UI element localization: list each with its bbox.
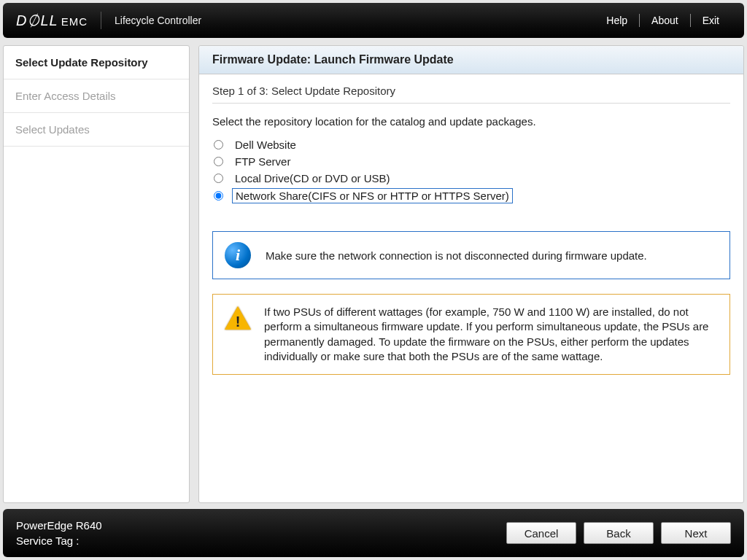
model-name: PowerEdge R640 <box>16 518 102 533</box>
app-title: Lifecycle Controller <box>115 15 201 26</box>
warning-text: If two PSUs of different wattages (for e… <box>264 305 718 364</box>
radio-local-drive[interactable] <box>214 174 223 183</box>
footer-bar: PowerEdge R640 Service Tag : Cancel Back… <box>3 509 744 557</box>
page-title: Firmware Update: Launch Firmware Update <box>199 46 743 74</box>
option-local-drive[interactable]: Local Drive(CD or DVD or USB) <box>214 171 730 185</box>
top-links: Help About Exit <box>595 14 731 27</box>
main-panel: Firmware Update: Launch Firmware Update … <box>198 45 744 503</box>
footer-info: PowerEdge R640 Service Tag : <box>16 518 102 548</box>
top-bar: D∅LL EMC Lifecycle Controller Help About… <box>3 3 744 38</box>
option-ftp-server[interactable]: FTP Server <box>214 155 730 168</box>
brand-logo: D∅LL EMC <box>16 12 88 29</box>
brand-dell: D∅LL <box>16 12 58 29</box>
brand-emc: EMC <box>61 15 88 28</box>
brand-divider <box>101 12 101 29</box>
option-label: Network Share(CIFS or NFS or HTTP or HTT… <box>232 188 513 203</box>
instruction-text: Select the repository location for the c… <box>212 115 730 128</box>
exit-link[interactable]: Exit <box>691 15 731 26</box>
radio-network-share[interactable] <box>214 191 223 201</box>
footer-buttons: Cancel Back Next <box>506 522 731 544</box>
back-button[interactable]: Back <box>584 522 654 544</box>
about-link[interactable]: About <box>640 15 690 26</box>
step-indicator: Step 1 of 3: Select Update Repository <box>212 85 730 104</box>
info-note: i Make sure the network connection is no… <box>212 231 730 279</box>
radio-ftp-server[interactable] <box>214 157 223 166</box>
warning-icon <box>225 305 251 331</box>
radio-dell-website[interactable] <box>214 140 223 149</box>
info-icon: i <box>225 242 251 268</box>
work-area: Select Update Repository Enter Access De… <box>3 45 744 503</box>
option-label: Local Drive(CD or DVD or USB) <box>232 171 393 185</box>
option-dell-website[interactable]: Dell Website <box>214 138 730 152</box>
info-text: Make sure the network connection is not … <box>266 249 647 262</box>
next-button[interactable]: Next <box>661 522 731 544</box>
warning-note: If two PSUs of different wattages (for e… <box>212 294 730 375</box>
option-label: Dell Website <box>232 138 299 152</box>
repository-options: Dell Website FTP Server Local Drive(CD o… <box>214 138 730 203</box>
option-label: FTP Server <box>232 155 293 168</box>
option-network-share[interactable]: Network Share(CIFS or NFS or HTTP or HTT… <box>214 188 730 203</box>
main-body: Step 1 of 3: Select Update Repository Se… <box>199 74 743 385</box>
sidebar-item-select-repo[interactable]: Select Update Repository <box>4 46 189 79</box>
sidebar-item-select-updates[interactable]: Select Updates <box>4 113 189 147</box>
sidebar-item-access-details[interactable]: Enter Access Details <box>4 79 189 113</box>
help-link[interactable]: Help <box>595 15 639 26</box>
cancel-button[interactable]: Cancel <box>506 522 576 544</box>
wizard-sidebar: Select Update Repository Enter Access De… <box>3 45 190 503</box>
service-tag-label: Service Tag : <box>16 533 102 548</box>
